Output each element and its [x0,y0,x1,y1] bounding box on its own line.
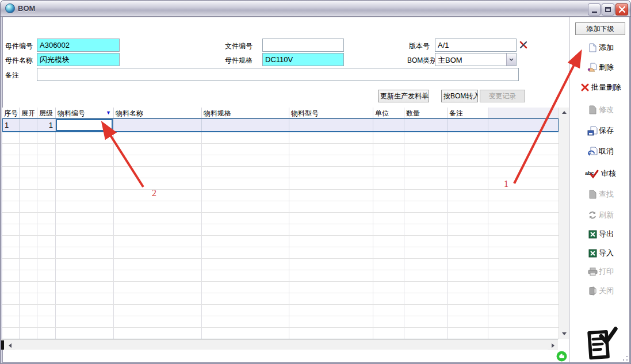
splitter-handle[interactable] [1,340,4,350]
abc-check-icon: abc [585,169,600,179]
table-row-empty [2,144,559,155]
cell-seq: 1 [3,119,20,131]
table-row-empty [2,178,559,190]
col-header-name[interactable]: 物料名称 [114,108,202,118]
cell-unit [373,119,404,131]
excel-export-icon [587,229,598,239]
sidebar-item-cancel[interactable]: 取消 [572,144,629,158]
cell-extra [488,119,557,131]
col-header-unit[interactable]: 单位 [373,108,404,118]
scroll-down-icon [562,332,567,335]
parent-code-label: 母件编号 [5,41,33,51]
clear-version-button[interactable] [519,40,528,52]
document-check-logo [584,325,618,363]
parent-spec-field[interactable] [262,53,344,66]
delete-hand-icon [587,63,598,72]
sidebar-divider [569,17,569,362]
remark-field[interactable] [37,68,519,81]
sidebar-item-save[interactable]: 保存 [572,124,629,137]
horizontal-scrollbar[interactable] [1,339,558,350]
sidebar-item-print: 打印 [572,265,629,278]
parent-spec-label: 母件规格 [225,56,253,66]
table-row-empty [2,224,559,236]
table-row-empty [2,167,559,178]
table-row-empty [2,190,559,201]
sidebar-item-modify: 修改 [572,103,629,117]
minimize-icon [592,12,597,13]
col-header-extra[interactable] [488,108,559,118]
scroll-up-button[interactable] [559,108,569,117]
chevron-down-icon [509,58,514,61]
cell-qty [404,119,448,131]
bom-type-label: BOM类别 [407,56,437,66]
bom-transfer-button[interactable]: 按BOM转入 [441,90,478,102]
table-row-empty [2,259,559,270]
parent-name-field[interactable] [37,53,120,66]
close-door-icon [587,286,598,296]
scroll-right-button[interactable] [548,340,558,350]
minimize-button[interactable] [588,3,601,16]
table-row-empty [2,328,559,339]
close-icon [619,6,625,13]
edit-page-icon [587,105,598,115]
scroll-down-button[interactable] [559,329,569,339]
sidebar-item-audit[interactable]: abc 审核 [572,167,629,181]
table-row-empty [2,213,559,224]
close-button[interactable] [615,3,628,16]
add-page-icon [587,43,598,53]
version-field[interactable] [435,39,517,52]
empty-rows-area [2,132,559,339]
cell-expand [20,119,37,131]
table-row-empty [2,247,559,259]
scroll-up-icon [562,111,567,114]
table-row-empty [2,293,559,305]
bom-type-value: 主BOM [438,55,462,66]
doc-no-field[interactable] [262,39,344,52]
col-header-model[interactable]: 物料型号 [289,108,373,118]
cancel-undo-icon [587,147,598,156]
refresh-arrows-icon [587,210,598,220]
sidebar-item-export[interactable]: 导出 [572,227,629,241]
table-row-empty [2,155,559,167]
col-header-remark[interactable]: 备注 [448,108,488,118]
find-page-icon [587,190,598,200]
cell-level: 1 [37,119,56,131]
svg-text:abc: abc [585,170,594,176]
bom-type-select[interactable]: 主BOM [435,53,517,66]
resize-grip[interactable] [622,355,629,362]
maximize-button[interactable] [602,3,614,16]
sidebar-item-delete[interactable]: 删除 [572,60,629,74]
vertical-scrollbar[interactable] [559,108,569,339]
table-row-selected[interactable]: 1 1 [2,118,559,132]
sidebar-item-add[interactable]: 添加 [572,41,629,55]
table-row-empty [2,282,559,293]
table-row-empty [2,236,559,247]
cell-code [56,119,114,131]
col-header-spec[interactable]: 物料规格 [202,108,289,118]
printer-icon [587,267,598,277]
material-code-edit-cell[interactable] [56,119,113,131]
scroll-left-icon [9,343,12,348]
col-header-code[interactable]: 物料编号▼ [56,108,114,118]
save-disk-icon [587,126,598,136]
sidebar-item-batch-delete[interactable]: 批量删除 [572,81,629,94]
cell-remark [448,119,488,131]
change-log-button: 变更记录 [480,90,525,102]
col-header-level[interactable]: 层级 [37,108,56,118]
parent-code-field[interactable] [37,39,120,52]
col-header-qty[interactable]: 数量 [404,108,448,118]
bom-window: BOM 母件编号 母件名称 备注 文件编号 母件规格 版本号 BOM类别 主BO… [0,0,631,364]
sort-descending-icon: ▼ [106,110,111,116]
sidebar-item-import[interactable]: 导入 [572,246,629,260]
scroll-left-button[interactable] [5,340,15,350]
scroll-right-icon [552,343,554,348]
update-production-issue-button[interactable]: 更新生产发料单 [378,90,429,102]
col-header-seq[interactable]: 序号 [2,108,20,118]
dropdown-button[interactable] [506,53,516,66]
add-child-button[interactable]: 添加下级 [575,22,625,35]
bom-table: 序号 展开 层级 物料编号▼ 物料名称 物料规格 物料型号 单位 数量 备注 1… [2,108,559,339]
sidebar-item-close: 关闭 [572,284,629,298]
col-header-expand[interactable]: 展开 [20,108,37,118]
cell-model [289,119,373,131]
table-row-empty [2,316,559,328]
